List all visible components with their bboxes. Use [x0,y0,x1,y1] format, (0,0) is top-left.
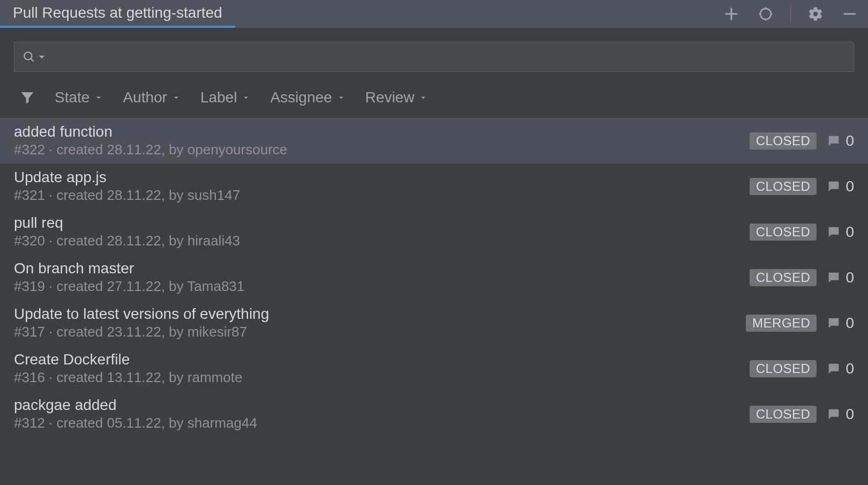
tab-pull-requests[interactable]: Pull Requests at getting-started [0,0,235,28]
svg-line-9 [31,59,34,62]
filter-assignee-label: Assignee [270,89,332,106]
pr-title: Create Dockerfile [14,351,242,368]
search-wrap [0,28,868,81]
chevron-down-icon [241,93,251,102]
pr-title: packgae added [14,397,257,414]
comment-count: 0 [845,360,854,377]
comment-icon [826,270,841,285]
comment-count: 0 [845,406,854,423]
comment-group: 0 [826,269,854,286]
comment-group: 0 [826,132,854,150]
pr-right: CLOSED0 [750,406,854,423]
search-input[interactable] [54,49,846,64]
pr-left: Update app.js#321 · created 28.11.22, by… [14,169,240,204]
filter-assignee[interactable]: Assignee [270,89,346,106]
settings-button[interactable] [806,4,825,24]
comment-icon [826,225,841,240]
pr-meta: #321 · created 28.11.22, by sush147 [14,187,240,204]
status-badge: MERGED [746,315,817,332]
pr-title: added function [14,123,287,140]
pr-left: added function#322 · created 28.11.22, b… [14,123,287,158]
chevron-down-icon [35,50,49,64]
chevron-down-icon [171,93,181,102]
filter-author-label: Author [123,89,167,106]
comment-group: 0 [826,315,854,332]
search-icon [22,50,36,64]
tab-bar: Pull Requests at getting-started [0,0,868,28]
filter-label[interactable]: Label [200,89,251,106]
pr-meta: #316 · created 13.11.22, by rammote [14,369,242,386]
comment-count: 0 [845,132,854,150]
add-button[interactable] [722,4,741,24]
pr-left: pull req#320 · created 28.11.22, by hira… [14,214,240,249]
filter-state[interactable]: State [55,89,103,106]
pr-meta: #312 · created 05.11.22, by sharmag44 [14,415,257,431]
pr-left: packgae added#312 · created 05.11.22, by… [14,397,257,431]
pr-right: CLOSED0 [750,223,854,241]
pr-title: Update to latest versions of everything [14,305,269,323]
plus-icon [723,6,739,22]
status-badge: CLOSED [750,269,817,286]
search-box[interactable] [14,42,854,72]
comment-icon [826,133,841,148]
tab-actions [722,4,859,24]
filter-review-label: Review [365,89,415,106]
filter-icon [19,89,35,106]
pr-title: On branch master [14,260,244,277]
comment-icon [826,179,841,194]
filter-review[interactable]: Review [365,89,429,106]
pull-request-row[interactable]: pull req#320 · created 28.11.22, by hira… [0,209,868,255]
comment-group: 0 [826,178,854,195]
pr-meta: #317 · created 23.11.22, by mikesir87 [14,324,269,340]
separator [790,5,791,23]
comment-count: 0 [845,223,854,241]
pr-meta: #319 · created 27.11.22, by Tama831 [14,278,244,295]
comment-count: 0 [845,178,854,195]
pr-title: Update app.js [14,169,240,186]
comment-count: 0 [845,269,854,286]
pr-left: Update to latest versions of everything#… [14,305,269,340]
status-badge: CLOSED [750,223,817,241]
target-button[interactable] [756,4,775,24]
comment-group: 0 [826,223,854,241]
status-badge: CLOSED [750,406,817,423]
pr-right: CLOSED0 [750,178,854,195]
status-badge: CLOSED [750,178,817,195]
svg-point-2 [760,9,771,19]
pull-request-row[interactable]: On branch master#319 · created 27.11.22,… [0,255,868,300]
pr-right: CLOSED0 [750,269,854,286]
pr-meta: #320 · created 28.11.22, by hiraali43 [14,233,240,249]
chevron-down-icon [336,93,346,102]
comment-group: 0 [826,406,854,423]
chevron-down-icon [418,93,428,102]
comment-count: 0 [845,315,854,332]
status-badge: CLOSED [750,360,817,377]
pull-request-row[interactable]: Update to latest versions of everything#… [0,300,868,346]
pull-request-row[interactable]: added function#322 · created 28.11.22, b… [0,118,868,163]
pr-right: MERGED0 [746,315,854,332]
comment-icon [826,407,841,422]
pr-left: On branch master#319 · created 27.11.22,… [14,260,244,295]
pull-request-row[interactable]: packgae added#312 · created 05.11.22, by… [0,391,868,437]
status-badge: CLOSED [750,132,817,150]
pr-left: Create Dockerfile#316 · created 13.11.22… [14,351,242,386]
comment-icon [826,361,841,376]
filter-author[interactable]: Author [123,89,181,106]
gear-icon [807,6,824,22]
svg-point-8 [24,52,32,59]
pr-title: pull req [14,214,240,232]
tab-label: Pull Requests at getting-started [13,4,222,21]
pull-request-row[interactable]: Update app.js#321 · created 28.11.22, by… [0,163,868,209]
pr-meta: #322 · created 28.11.22, by openyoursour… [14,141,287,158]
filter-label-label: Label [200,89,237,106]
comment-group: 0 [826,360,854,377]
filter-icon-button[interactable] [19,89,35,106]
comment-icon [826,316,841,331]
minimize-button[interactable] [840,4,859,24]
pr-right: CLOSED0 [750,360,854,377]
pull-request-row[interactable]: Create Dockerfile#316 · created 13.11.22… [0,346,868,391]
filter-bar: State Author Label Assignee Review [0,81,868,118]
pull-request-list: added function#322 · created 28.11.22, b… [0,118,868,437]
minimize-icon [842,6,858,22]
pr-right: CLOSED0 [750,132,854,150]
